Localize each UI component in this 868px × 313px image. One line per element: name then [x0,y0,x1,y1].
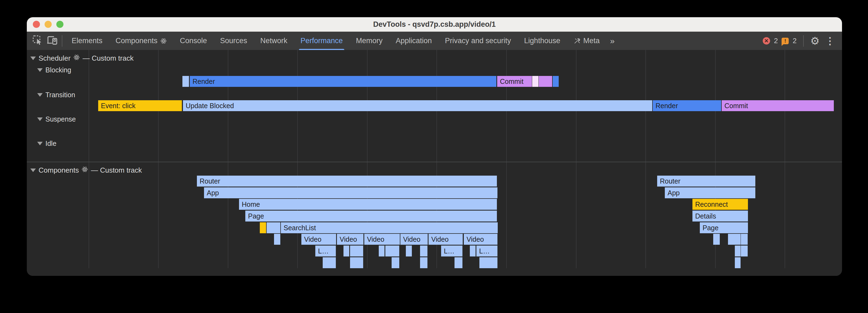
collapse-triangle-icon[interactable] [30,169,36,172]
tab-performance[interactable]: Performance [294,32,349,50]
flame-bar[interactable] [406,246,412,256]
flame-bar-searchlist[interactable]: SearchList [281,222,498,233]
flame-bar[interactable] [343,246,349,256]
lane-label-transition[interactable]: Transition [37,91,75,99]
flame-bar-app[interactable]: App [665,187,755,198]
tab-elements[interactable]: Elements [65,32,109,50]
more-tabs-button[interactable]: » [606,36,619,46]
tab-label: Memory [356,37,382,45]
collapse-triangle-icon[interactable] [37,68,43,72]
tab-label: Lighthouse [524,37,560,45]
flame-bar-render[interactable]: Render [653,100,721,111]
scheduler-track-suffix: — Custom track [83,54,133,63]
tab-application[interactable]: Application [389,32,438,50]
tab-label: Performance [301,37,343,45]
tab-label: Console [180,37,207,45]
flame-bar-page[interactable]: Page [700,222,748,233]
flame-bar-commit[interactable]: Commit [722,100,834,111]
flame-bar-video[interactable]: Video [364,234,400,245]
flame-bar[interactable] [735,257,741,268]
flame-bar[interactable] [455,257,462,268]
flame-bar-router[interactable]: Router [197,176,497,186]
flame-bar[interactable] [532,76,538,87]
flame-bar[interactable] [420,257,428,268]
flame-bar[interactable] [470,246,475,256]
flame-bar-l-[interactable]: L… [476,246,497,256]
components-track-header[interactable]: Components — Custom track [30,166,142,175]
tab-label: Components [116,37,157,45]
flame-bar[interactable] [420,246,428,256]
flame-bar[interactable] [267,222,280,233]
flame-bar[interactable] [379,246,384,256]
flame-bar[interactable] [274,234,280,245]
flame-bar-video[interactable]: Video [400,234,428,245]
scheduler-track-header[interactable]: Scheduler — Custom track [30,54,133,63]
window-titlebar[interactable]: DevTools - qsvd7p.csb.app/video/1 [27,17,842,32]
flame-bar[interactable] [323,257,336,268]
flame-bar-router[interactable]: Router [657,176,755,186]
flame-bar[interactable] [741,234,748,245]
flame-bar-l-[interactable]: L… [441,246,462,256]
tab-network[interactable]: Network [254,32,294,50]
collapse-triangle-icon[interactable] [37,93,43,97]
warning-badge-icon[interactable]: ! [782,38,789,44]
tab-memory[interactable]: Memory [349,32,389,50]
flame-bar-video[interactable]: Video [464,234,497,245]
error-count[interactable]: 2 [774,37,778,45]
flame-bar-event-click[interactable]: Event: click [98,100,182,111]
lane-label-text: Blocking [45,66,71,74]
tab-privacy-and-security[interactable]: Privacy and security [438,32,518,50]
tab-console[interactable]: Console [174,32,214,50]
flame-bar-l-[interactable]: L… [315,246,336,256]
tab-label: Network [260,37,287,45]
tools-icon [574,37,581,44]
react-atom-icon [82,166,88,175]
track-section-divider [27,162,842,162]
devtools-window: DevTools - qsvd7p.csb.app/video/1 [27,17,842,276]
inspect-element-button[interactable] [31,33,45,49]
flame-bar[interactable] [260,222,266,233]
flame-bar[interactable] [553,76,559,87]
flame-bar[interactable] [735,246,741,256]
collapse-triangle-icon[interactable] [37,142,43,145]
flame-bar-details[interactable]: Details [692,211,748,221]
flame-bar-video[interactable]: Video [429,234,463,245]
tab-components[interactable]: Components [109,32,174,50]
flame-bar[interactable] [539,76,552,87]
flame-bar[interactable] [385,246,399,256]
lane-label-idle[interactable]: Idle [37,139,56,147]
flame-bar[interactable] [741,246,748,256]
toggle-device-toolbar-button[interactable] [45,33,59,49]
error-badge-icon[interactable]: ✕ [763,37,770,44]
flame-bar[interactable] [479,257,497,268]
flame-bar-update-blocked[interactable]: Update Blocked [183,100,652,111]
tab-meta[interactable]: Meta [567,32,606,50]
flame-bar-home[interactable]: Home [239,199,497,210]
flame-bar[interactable] [728,234,741,245]
lane-label-blocking[interactable]: Blocking [37,66,71,74]
settings-gear-icon[interactable]: ⚙ [810,35,819,47]
toolbar-right-group: ✕ 2 ! 2 ⚙ ⋮ [763,35,842,47]
lane-label-suspense[interactable]: Suspense [37,115,76,123]
flame-bar[interactable] [392,257,399,268]
tab-lighthouse[interactable]: Lighthouse [518,32,567,50]
flame-bar-render[interactable]: Render [190,76,496,87]
warning-count[interactable]: 2 [793,37,796,45]
flame-bar-page[interactable]: Page [245,211,497,221]
collapse-triangle-icon[interactable] [30,57,36,60]
flame-bar[interactable] [182,76,189,87]
flame-bar-app[interactable]: App [204,187,497,198]
kebab-menu-icon[interactable]: ⋮ [824,35,837,47]
flame-bar-video[interactable]: Video [301,234,336,245]
flame-bar[interactable] [350,257,363,268]
lane-label-text: Suspense [45,115,76,123]
flame-bar-reconnect[interactable]: Reconnect [692,199,748,210]
tab-sources[interactable]: Sources [214,32,254,50]
flame-bar[interactable] [350,246,363,256]
flame-bar[interactable] [713,234,720,245]
grid-line [576,50,577,268]
flame-bar-commit[interactable]: Commit [497,76,532,87]
flame-bar-video[interactable]: Video [337,234,364,245]
collapse-triangle-icon[interactable] [37,117,43,121]
toolbar-right-divider [803,35,804,47]
